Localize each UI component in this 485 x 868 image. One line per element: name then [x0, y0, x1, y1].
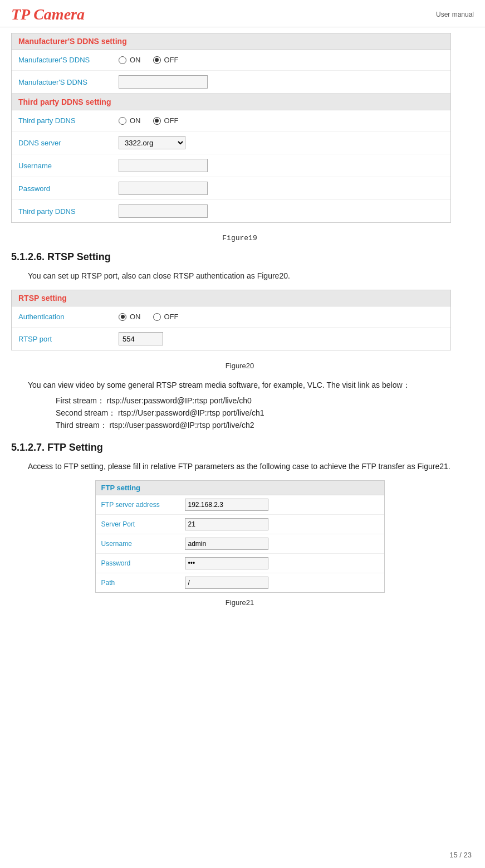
figure21-caption: Figure21 [11, 598, 468, 607]
rtsp-auth-radio-on[interactable]: ON [119, 313, 149, 321]
third-party-ddns-field-row: Third party DDNS [12, 200, 450, 222]
radio-off-btn[interactable] [153, 56, 161, 64]
rtsp-desc: You can view video by some general RTSP … [28, 379, 468, 391]
stream3-value: rtsp://user:password@IP:rtsp port/live/c… [109, 421, 254, 430]
ftp-server-address-input[interactable] [185, 499, 268, 511]
stream3-label: Third stream： [56, 421, 107, 430]
ddns-password-label: Password [18, 184, 119, 193]
manufacturer-ddns-radio-on[interactable]: ON [119, 56, 149, 64]
third-party-ddns-row: Third party DDNS ON OFF [12, 110, 450, 131]
ddns-username-row: Username [12, 154, 450, 177]
ftp-path-input[interactable] [185, 577, 268, 589]
rtsp-port-label: RTSP port [18, 335, 119, 343]
ftp-server-address-value [185, 499, 379, 511]
ftp-path-label: Path [101, 579, 185, 587]
ftp-username-row: Username [96, 534, 384, 554]
ftp-server-port-label: Server Port [101, 520, 185, 528]
stream1-label: First stream： [56, 396, 105, 405]
ftp-password-value [185, 557, 379, 569]
ftp-server-port-value [185, 518, 379, 530]
ddns-password-input[interactable] [119, 182, 208, 195]
ddns-server-select[interactable]: 3322.org [119, 136, 185, 149]
third-party-radio-off-btn[interactable] [153, 117, 161, 125]
third-party-radio-on-btn[interactable] [119, 117, 126, 125]
manufacturer-ddns-row: Manufacturer'S DDNS ON OFF [12, 50, 450, 71]
stream1-info: First stream： rtsp://user:password@IP:rt… [56, 396, 468, 406]
stream2-value: rtsp://User:password@IP:rtsp port/live/c… [118, 408, 264, 417]
ftp-username-value [185, 538, 379, 550]
rtsp-auth-on-label: ON [130, 313, 141, 321]
ftp-server-address-row: FTP server address [96, 495, 384, 515]
rtsp-intro: You can set up RTSP port, also can close… [28, 270, 468, 282]
radio-on-btn[interactable] [119, 56, 126, 64]
page-number: 15 / 23 [449, 851, 472, 859]
figure19-caption: Figure19 [11, 234, 468, 242]
rtsp-auth-off-btn[interactable] [153, 313, 161, 321]
rtsp-auth-on-btn[interactable] [119, 313, 126, 321]
third-party-on-label: ON [130, 116, 141, 125]
ftp-intro: Access to FTP setting, please fill in re… [28, 460, 468, 472]
manufacturer-ddns-radio-off[interactable]: OFF [153, 56, 187, 64]
rtsp-auth-row: Authentication ON OFF [12, 306, 450, 328]
third-party-ddns-value: ON OFF [119, 116, 444, 125]
stream1-value: rtsp://user:password@IP:rtsp port/live/c… [107, 396, 252, 405]
page-header: TP Camera User manual [0, 0, 485, 27]
manufactuer-ddns-field [119, 75, 444, 89]
manufactuer-ddns-input[interactable] [119, 75, 208, 89]
third-party-ddns-field-label: Third party DDNS [18, 207, 119, 216]
rtsp-auth-radio-off[interactable]: OFF [153, 313, 187, 321]
rtsp-auth-label: Authentication [18, 313, 119, 321]
manufacturer-ddns-value: ON OFF [119, 56, 444, 64]
ftp-password-label: Password [101, 559, 185, 567]
third-party-ddns-label: Third party DDNS [18, 116, 119, 125]
manufacturer-ddns-title: Manufacturer'S DDNS setting [12, 33, 450, 50]
ftp-path-value [185, 577, 379, 589]
manufactuer-ddns-row: Manufactuer'S DDNS [12, 71, 450, 94]
ftp-username-input[interactable] [185, 538, 268, 550]
logo-tp: TP [11, 6, 30, 23]
rtsp-auth-off-label: OFF [164, 313, 179, 321]
header-subtitle: User manual [436, 11, 474, 18]
ftp-box-title: FTP setting [96, 481, 384, 495]
rtsp-port-value [119, 332, 444, 345]
ddns-password-row: Password [12, 177, 450, 200]
stream3-info: Third stream： rtsp://user:password@IP:rt… [56, 421, 468, 431]
third-party-off-label: OFF [164, 116, 179, 125]
ftp-password-row: Password [96, 554, 384, 573]
manufacturer-ddns-label: Manufacturer'S DDNS [18, 56, 119, 64]
ddns-username-input[interactable] [119, 159, 208, 172]
rtsp-box: RTSP setting Authentication ON OFF [11, 290, 451, 350]
ddns-username-label: Username [18, 162, 119, 170]
ddns-server-label: DDNS server [18, 139, 119, 147]
ddns-password-field [119, 182, 444, 195]
ddns-server-row: DDNS server 3322.org [12, 131, 450, 154]
ftp-password-input[interactable] [185, 557, 268, 569]
third-party-ddns-field [119, 204, 444, 218]
ddns-username-field [119, 159, 444, 172]
ftp-heading: 5.1.2.7. FTP Setting [11, 442, 468, 453]
ftp-server-port-row: Server Port [96, 515, 384, 534]
stream2-label: Second stream： [56, 408, 116, 417]
rtsp-port-input[interactable] [119, 332, 163, 345]
logo: TP Camera [11, 6, 85, 23]
ddns-server-value: 3322.org [119, 136, 444, 149]
manufacturer-ddns-box: Manufacturer'S DDNS setting Manufacturer… [11, 33, 451, 223]
figure20-caption: Figure20 [11, 362, 468, 370]
manufacturer-ddns-on-label: ON [130, 56, 141, 64]
third-party-radio-on[interactable]: ON [119, 116, 149, 125]
third-party-ddns-input[interactable] [119, 204, 208, 218]
manufacturer-ddns-off-label: OFF [164, 56, 179, 64]
ftp-server-address-label: FTP server address [101, 501, 185, 509]
rtsp-auth-value: ON OFF [119, 313, 444, 321]
ftp-inner-box: FTP setting FTP server address Server Po… [95, 480, 385, 593]
ftp-server-port-input[interactable] [185, 518, 268, 530]
rtsp-port-row: RTSP port [12, 328, 450, 350]
logo-camera: Camera [30, 6, 85, 23]
rtsp-box-title: RTSP setting [12, 290, 450, 306]
third-party-radio-off[interactable]: OFF [153, 116, 187, 125]
manufactuer-ddns-label: Manufactuer'S DDNS [18, 78, 119, 86]
ftp-path-row: Path [96, 573, 384, 592]
rtsp-heading: 5.1.2.6. RTSP Setting [11, 251, 468, 263]
ftp-username-label: Username [101, 540, 185, 548]
stream2-info: Second stream： rtsp://User:password@IP:r… [56, 408, 468, 418]
